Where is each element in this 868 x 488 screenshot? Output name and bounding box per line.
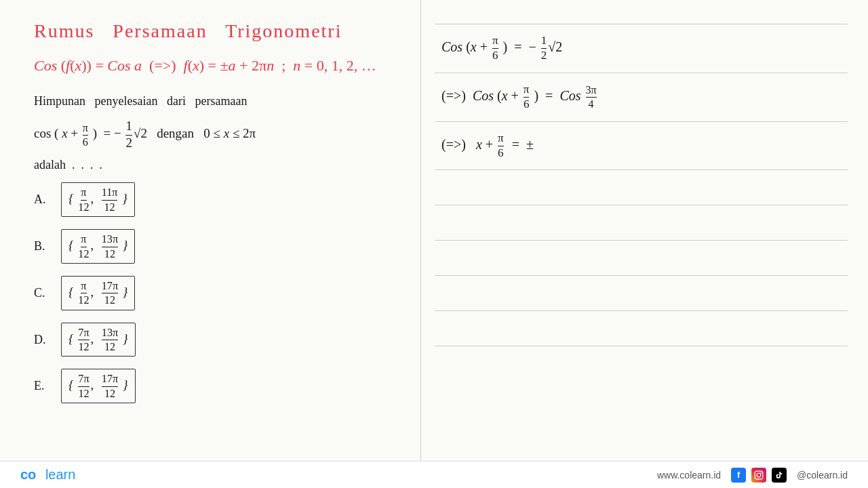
logo-co: co — [20, 467, 36, 483]
right-line-7 — [435, 276, 848, 311]
svg-rect-0 — [755, 471, 763, 479]
facebook-icon: f — [731, 468, 746, 483]
social-handle: @colearn.id — [797, 470, 848, 481]
option-a-value: { π12, 11π12 } — [61, 182, 135, 217]
option-e-label: E. — [34, 379, 61, 393]
formula-header: Cos (f(x)) = Cos a (=>) f(x) = ±a + 2πn … — [34, 54, 393, 77]
footer-right: www.colearn.id f @colearn.id — [657, 468, 848, 483]
tiktok-icon — [772, 468, 787, 483]
problem-equation: cos ( x + π 6 ) = − 1 2 √2 dengan 0 ≤ x … — [34, 119, 393, 151]
option-c-label: C. — [34, 286, 61, 300]
right-line-2: (=>) Cos (x + π6 ) = Cos 3π4 — [435, 73, 848, 122]
svg-point-2 — [760, 472, 762, 473]
right-line-8 — [435, 311, 848, 346]
option-c[interactable]: C. { π12, 17π12 } — [34, 276, 393, 310]
option-e-value: { 7π12, 17π12 } — [61, 369, 136, 403]
footer-logo: co learn — [20, 467, 75, 483]
right-line-4 — [435, 170, 848, 205]
svg-point-1 — [757, 473, 761, 477]
left-panel: Rumus Persamaan Trigonometri Cos (f(x)) … — [0, 0, 420, 461]
option-a[interactable]: A. { π12, 11π12 } — [34, 182, 393, 217]
instagram-icon — [751, 468, 766, 483]
footer: co learn www.colearn.id f @c — [0, 461, 868, 488]
option-b[interactable]: B. { π12, 13π12 } — [34, 229, 393, 264]
logo-learn: learn — [45, 467, 75, 483]
right-line-5 — [435, 205, 848, 241]
right-line-1: Cos (x + π6 ) = − 12√2 — [435, 24, 848, 73]
problem-intro: Himpunan penyelesaian dari persamaan — [34, 90, 393, 112]
page-title: Rumus Persamaan Trigonometri — [34, 20, 393, 42]
option-b-value: { π12, 13π12 } — [61, 229, 135, 264]
website-url: www.colearn.id — [657, 470, 721, 481]
option-b-label: B. — [34, 239, 61, 253]
right-panel: Cos (x + π6 ) = − 12√2 (=>) Cos (x + π6 … — [420, 0, 868, 461]
option-c-value: { π12, 17π12 } — [61, 276, 135, 310]
option-a-label: A. — [34, 192, 61, 207]
option-d[interactable]: D. { 7π12, 13π12 } — [34, 323, 393, 357]
option-d-value: { 7π12, 13π12 } — [61, 323, 136, 357]
option-d-label: D. — [34, 333, 61, 347]
right-line-6 — [435, 241, 848, 276]
answer-options: A. { π12, 11π12 } B. { π12, 13π12 } — [34, 182, 393, 403]
option-e[interactable]: E. { 7π12, 17π12 } — [34, 369, 393, 403]
main-container: Rumus Persamaan Trigonometri Cos (f(x)) … — [0, 0, 868, 461]
problem-ending: adalah . . . . — [34, 154, 393, 176]
right-math-content: Cos (x + π6 ) = − 12√2 (=>) Cos (x + π6 … — [435, 14, 848, 346]
social-icons: f — [731, 468, 787, 483]
right-line-3: (=>) x + π6 = ± — [435, 122, 848, 171]
